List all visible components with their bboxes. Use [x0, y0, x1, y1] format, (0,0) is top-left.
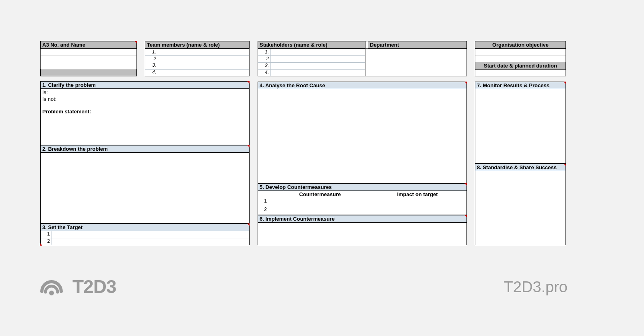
target-row-num: 2 [41, 238, 52, 245]
section-3-header: 3. Set the Target [40, 223, 250, 231]
stakeholder-row-num: 2 [258, 56, 271, 62]
section-5-header: 5. Develop Countermeasures [258, 183, 467, 191]
s5-col-impact: Impact on target [370, 191, 465, 197]
cell-department-value[interactable] [365, 49, 467, 76]
target-row-value[interactable] [52, 231, 249, 238]
section-3-body: 1 2 [40, 231, 250, 245]
cm-row-num: 1 [258, 198, 268, 207]
section-2-body[interactable] [40, 153, 250, 223]
a3-template-sheet: A3 No. and Name Team members (name & rol… [40, 41, 566, 245]
section-8-body[interactable] [475, 171, 566, 246]
team-member-row-value[interactable] [158, 56, 249, 62]
stakeholder-row-value[interactable] [271, 56, 365, 62]
svg-point-0 [49, 291, 54, 295]
section-6-header: 6. Implement Countermeasure [258, 215, 467, 223]
stakeholder-row-value[interactable] [271, 49, 365, 55]
stakeholders-list: 1. 2 3. 4. [258, 49, 365, 76]
section-2-header: 2. Breakdown the problem [40, 145, 250, 153]
cm-row-value[interactable] [268, 198, 466, 207]
s1-problem-statement-label: Problem statement: [41, 108, 249, 115]
hdr-stakeholders: Stakeholders (name & role) [258, 41, 365, 49]
section-1-header: 1. Clarify the problem [40, 81, 250, 89]
stakeholder-row-value[interactable] [271, 63, 365, 69]
cell-team-leader-value[interactable] [40, 62, 137, 69]
brand-logo-icon [40, 275, 63, 298]
column-right: Organisation objective Start date & plan… [475, 41, 566, 245]
section-7-body[interactable] [475, 89, 566, 164]
hdr-start-date: Start date & planned duration [475, 62, 566, 70]
cm-row-value[interactable] [268, 207, 466, 215]
hdr-a3-no-name: A3 No. and Name [40, 41, 137, 49]
cell-start-date-value[interactable] [475, 70, 566, 76]
target-row-num: 1 [41, 231, 52, 238]
s1-isnot-label: Is not: [41, 96, 249, 102]
section-8-header: 8. Standardise & Share Success [475, 164, 566, 171]
team-members-list: 1. 2 [145, 49, 250, 63]
section-6-body[interactable] [258, 223, 467, 245]
hdr-team-members: Team members (name & role) [145, 41, 250, 49]
brand-url: T2D3.pro [504, 279, 568, 296]
brand-footer: T2D3 [40, 275, 116, 298]
brand-name: T2D3 [72, 276, 116, 297]
stakeholder-row-num: 1. [258, 49, 271, 55]
team-member-row-num: 2 [145, 56, 158, 62]
s5-col-countermeasure: Countermeasure [270, 191, 370, 197]
cm-row-num: 2 [258, 207, 268, 215]
stakeholder-row-num: 4. [258, 70, 271, 76]
section-4-body[interactable] [258, 89, 467, 183]
stakeholder-row-num: 3. [258, 63, 271, 69]
target-row-value[interactable] [52, 238, 249, 245]
section-7-header: 7. Monitor Results & Process [475, 82, 566, 89]
hdr-department: Department [368, 41, 467, 49]
column-mid: Stakeholders (name & role) Department 1.… [258, 41, 467, 245]
cell-a3-no-name-value[interactable] [40, 49, 137, 62]
team-member-row-value[interactable] [158, 49, 249, 55]
stakeholder-row-value[interactable] [271, 70, 365, 76]
section-1-body[interactable]: Is: Is not: Problem statement: [40, 89, 250, 145]
cell-org-objective-value[interactable] [475, 49, 566, 62]
column-left: A3 No. and Name Team members (name & rol… [40, 41, 250, 245]
hdr-org-objective: Organisation objective [475, 41, 566, 49]
team-member-row-num: 1. [145, 49, 158, 55]
section-5-body: Countermeasure Impact on target 1 2 [258, 191, 467, 215]
s1-is-label: Is: [41, 89, 249, 96]
section-4-header: 4. Analyse the Root Cause [258, 82, 467, 89]
